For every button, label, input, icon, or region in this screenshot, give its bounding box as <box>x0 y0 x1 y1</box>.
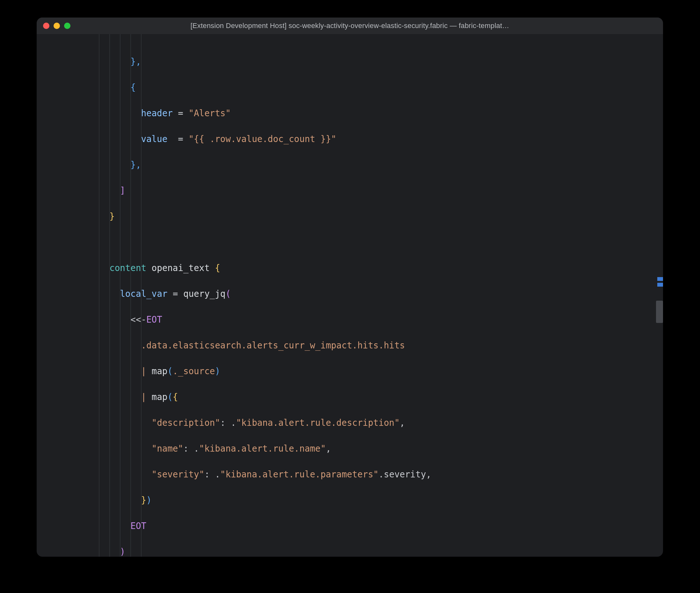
prop-local-var: local_var <box>120 288 168 299</box>
op-eq: = <box>168 134 188 144</box>
heredoc-tag: EOT <box>131 521 146 531</box>
key: "severity" <box>152 469 205 479</box>
path: "kibana.alert.rule.name" <box>199 443 326 453</box>
key: "name" <box>152 443 183 453</box>
path: "kibana.alert.rule.parameters" <box>220 469 379 479</box>
jq-expr: ._source <box>173 366 215 376</box>
paren: ( <box>168 392 173 402</box>
scrollbar-thumb[interactable] <box>656 301 663 323</box>
sep: : . <box>220 418 236 428</box>
jq-expr: .data.elasticsearch.alerts_curr_w_impact… <box>141 340 405 350</box>
titlebar[interactable]: [Extension Development Host] soc-weekly-… <box>37 17 663 34</box>
sep: : . <box>204 469 220 479</box>
fn-map: map <box>152 392 168 402</box>
close-icon[interactable] <box>43 23 49 29</box>
space <box>210 263 215 273</box>
block-name: openai_text <box>152 263 210 273</box>
heredoc-tag: EOT <box>146 314 162 324</box>
op-eq: = <box>168 288 183 299</box>
paren: ( <box>225 288 231 299</box>
jq-pipe: | <box>141 392 151 402</box>
sep: : . <box>183 443 199 453</box>
heredoc-op: <<- <box>131 314 146 324</box>
jq-pipe: | <box>141 366 151 376</box>
key: "description" <box>152 418 220 428</box>
tail: .severity, <box>379 469 432 479</box>
brace: { <box>215 263 220 273</box>
brace: { <box>131 82 136 92</box>
scrollbar-track[interactable] <box>655 34 663 557</box>
editor-area[interactable]: }, { header = "Alerts" value = "{{ .row.… <box>37 34 663 557</box>
brace: }, <box>131 56 141 67</box>
paren: ) <box>146 495 152 505</box>
prop-value: value <box>141 134 168 144</box>
path: "kibana.alert.rule.description" <box>236 418 399 428</box>
window-controls <box>43 23 70 29</box>
bracket: ] <box>120 185 125 196</box>
paren: ) <box>215 366 220 376</box>
brace: } <box>109 211 115 221</box>
fn-map: map <box>152 366 168 376</box>
editor-window: [Extension Development Host] soc-weekly-… <box>37 17 663 557</box>
fn-query-jq: query_jq <box>183 288 225 299</box>
brace: }, <box>131 160 141 170</box>
comma: , <box>326 443 331 453</box>
window-title: [Extension Development Host] soc-weekly-… <box>37 22 663 30</box>
prop-header: header <box>141 108 173 118</box>
code-editor[interactable]: }, { header = "Alerts" value = "{{ .row.… <box>37 34 663 557</box>
comma: , <box>400 418 405 428</box>
brace: { <box>173 392 178 402</box>
op-eq: = <box>173 108 189 118</box>
string-literal: "{{ .row.value.doc_count }}" <box>188 134 336 144</box>
string-literal: "Alerts" <box>188 108 230 118</box>
brace: } <box>141 495 146 505</box>
paren: ) <box>120 547 125 557</box>
minimize-icon[interactable] <box>53 23 60 29</box>
paren: ( <box>168 366 173 376</box>
space <box>146 263 152 273</box>
keyword-content: content <box>109 263 146 273</box>
overview-marker[interactable] <box>657 283 663 287</box>
zoom-icon[interactable] <box>64 23 70 29</box>
overview-marker[interactable] <box>657 277 663 281</box>
